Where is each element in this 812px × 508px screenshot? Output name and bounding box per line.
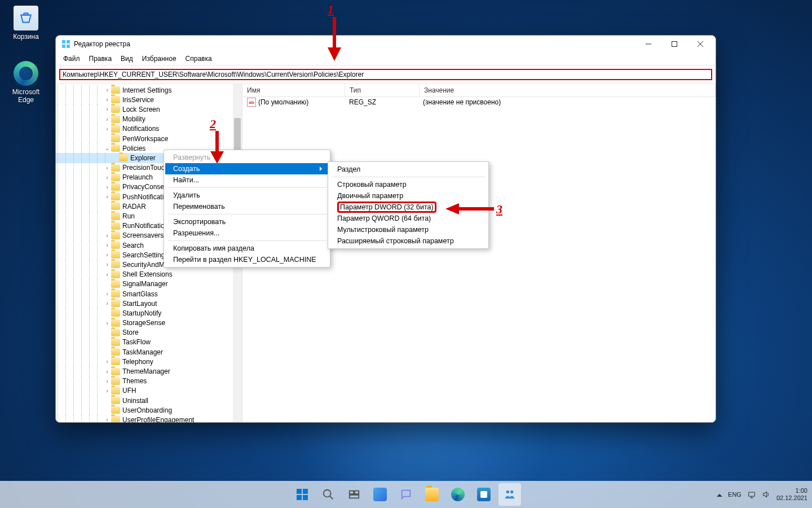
start-button[interactable]: [291, 483, 314, 506]
menu-help[interactable]: Справка: [182, 54, 216, 64]
expand-icon[interactable]: ›: [103, 358, 111, 365]
ctx-new-item[interactable]: Раздел: [329, 164, 487, 175]
tree-item[interactable]: ›Internet Settings: [56, 85, 242, 95]
expand-icon[interactable]: ›: [103, 271, 111, 278]
tray-network-icon[interactable]: [747, 490, 756, 499]
taskbar-chat-icon[interactable]: [395, 483, 417, 506]
tree-item[interactable]: ›IrisService: [56, 95, 242, 104]
tree-item-label: Store: [122, 329, 139, 336]
ctx-key-item[interactable]: Найти...: [165, 174, 329, 186]
col-name[interactable]: Имя: [242, 84, 345, 97]
taskbar-store-icon[interactable]: [473, 483, 495, 506]
ctx-new-item[interactable]: Расширяемый строковый параметр: [329, 235, 487, 247]
tree-item[interactable]: UserOnboarding: [56, 405, 242, 415]
taskbar-search-icon[interactable]: [317, 483, 339, 506]
tree-item[interactable]: ›SmartGlass: [56, 289, 242, 299]
taskbar-explorer-icon[interactable]: [421, 483, 443, 506]
ctx-key-item[interactable]: Экспортировать: [165, 216, 329, 227]
ctx-new-item[interactable]: Строковый параметр: [329, 179, 487, 190]
value-row[interactable]: ab (По умолчанию) REG_SZ (значение не пр…: [242, 97, 716, 107]
expand-icon[interactable]: ›: [103, 97, 111, 103]
svg-rect-0: [62, 40, 65, 43]
tree-item[interactable]: SignalManager: [56, 279, 242, 289]
expand-icon[interactable]: ›: [103, 320, 111, 326]
tree-item[interactable]: ›ThemeManager: [56, 366, 242, 376]
taskbar-edge-icon[interactable]: [447, 483, 469, 506]
expand-icon[interactable]: ›: [103, 233, 111, 239]
annotation-2: 2: [210, 117, 216, 132]
tree-item[interactable]: ›StorageSense: [56, 318, 242, 328]
expand-icon[interactable]: ›: [103, 87, 111, 93]
tree-item[interactable]: TaskFlow: [56, 338, 242, 347]
tree-item[interactable]: TaskManager: [56, 347, 242, 357]
address-input[interactable]: Компьютер\HKEY_CURRENT_USER\Software\Mic…: [59, 69, 712, 80]
ctx-new-item[interactable]: Двоичный параметр: [329, 190, 487, 202]
tray-language[interactable]: ENG: [728, 491, 742, 498]
string-value-icon: ab: [247, 98, 256, 107]
taskbar-widgets-icon[interactable]: [369, 483, 391, 506]
expand-icon[interactable]: ›: [103, 116, 111, 122]
tree-item[interactable]: ›Lock Screen: [56, 104, 242, 114]
expand-icon[interactable]: ›: [103, 291, 111, 297]
tray-overflow-icon[interactable]: [717, 491, 722, 497]
address-bar[interactable]: Компьютер\HKEY_CURRENT_USER\Software\Mic…: [59, 68, 712, 81]
col-value[interactable]: Значение: [420, 84, 716, 97]
col-type[interactable]: Тип: [345, 84, 420, 97]
close-button[interactable]: [687, 36, 713, 52]
tray-clock[interactable]: 1:00 02.12.2021: [776, 487, 807, 502]
svg-rect-17: [303, 495, 308, 500]
tree-item[interactable]: ›Telephony: [56, 357, 242, 366]
expand-icon[interactable]: ›: [103, 369, 111, 375]
expand-icon[interactable]: ›: [103, 261, 111, 268]
menu-favorites[interactable]: Избранное: [138, 54, 180, 64]
taskbar-app-icon[interactable]: [498, 483, 521, 506]
tree-item[interactable]: StartupNotify: [56, 308, 242, 318]
expand-icon[interactable]: ›: [103, 165, 111, 171]
desktop-icon-recycle-bin[interactable]: Корзина: [5, 6, 47, 41]
minimize-button[interactable]: [636, 36, 661, 52]
ctx-new-item[interactable]: Мультистроковый параметр: [329, 224, 487, 235]
ctx-key-item[interactable]: Переименовать: [165, 201, 329, 212]
expand-icon[interactable]: ›: [103, 184, 111, 190]
folder-icon: [111, 358, 120, 365]
expand-icon[interactable]: ›: [103, 388, 111, 394]
tree-item[interactable]: ›Shell Extensions: [56, 270, 242, 279]
ctx-key-item[interactable]: Создать: [165, 163, 329, 174]
taskbar-center: [291, 483, 521, 506]
expand-icon[interactable]: ›: [103, 174, 111, 181]
ctx-key-item[interactable]: Разрешения...: [165, 227, 329, 239]
expand-icon[interactable]: ›: [103, 378, 111, 384]
expand-icon[interactable]: ›: [103, 252, 111, 258]
ctx-key-item[interactable]: Копировать имя раздела: [165, 243, 329, 254]
tree-item[interactable]: Store: [56, 328, 242, 338]
expand-icon[interactable]: ›: [103, 194, 111, 200]
tray-volume-icon[interactable]: [762, 490, 771, 499]
tree-item-label: Mobility: [122, 115, 145, 123]
tree-item[interactable]: ›StartLayout: [56, 299, 242, 308]
taskbar-taskview-icon[interactable]: [343, 483, 365, 506]
tree-item[interactable]: Uninstall: [56, 396, 242, 405]
ctx-key-item[interactable]: Удалить: [165, 190, 329, 201]
taskbar[interactable]: ENG 1:00 02.12.2021: [0, 481, 812, 508]
expand-icon[interactable]: ›: [103, 417, 111, 422]
expand-icon[interactable]: ⌄: [103, 145, 111, 151]
annotation-1: 1: [328, 2, 334, 17]
expand-icon[interactable]: ›: [103, 242, 111, 248]
menu-file[interactable]: Файл: [59, 54, 84, 64]
expand-icon[interactable]: ›: [103, 300, 111, 306]
desktop-icon-edge[interactable]: Microsoft Edge: [5, 61, 47, 104]
tree-item-label: Run: [122, 212, 135, 220]
desktop: Корзина Microsoft Edge Редактор реестра …: [0, 0, 812, 508]
menu-edit[interactable]: Правка: [85, 54, 116, 64]
expand-icon[interactable]: ›: [103, 106, 111, 112]
tree-item-label: SmartGlass: [122, 290, 158, 298]
ctx-key-item[interactable]: Перейти в раздел HKEY_LOCAL_MACHINE: [165, 254, 329, 265]
window-title: Редактор реестра: [74, 40, 130, 48]
tree-item[interactable]: ›UFH: [56, 386, 242, 396]
tree-item[interactable]: ›Themes: [56, 376, 242, 386]
menu-view[interactable]: Вид: [117, 54, 137, 64]
maximize-button[interactable]: [661, 36, 687, 52]
tree-item[interactable]: ›UserProfileEngagement: [56, 415, 242, 422]
expand-icon[interactable]: ›: [103, 126, 111, 132]
titlebar[interactable]: Редактор реестра: [56, 36, 716, 52]
